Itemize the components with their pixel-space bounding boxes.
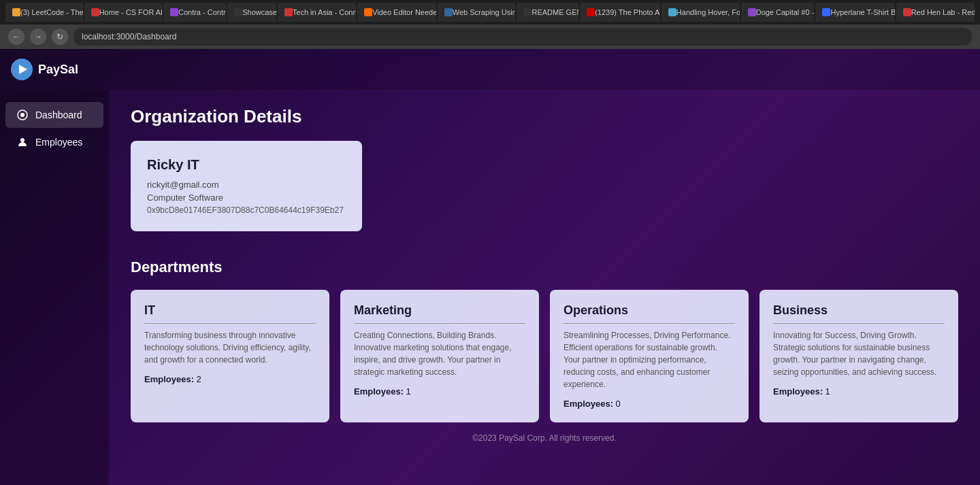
- dept-desc-operations: Streamlining Processes, Driving Performa…: [564, 329, 735, 390]
- dashboard-icon: [16, 109, 29, 121]
- browser-tab-leetcode[interactable]: (3) LeetCode - The...: [5, 3, 83, 22]
- browser-tab-techinasia[interactable]: Tech in Asia - Conn...: [278, 3, 356, 22]
- dept-card-business: Business Innovating for Success, Driving…: [760, 290, 958, 422]
- browser-tab-photo[interactable]: (1239) The Photo Al...: [580, 3, 660, 22]
- app-header: PaySal: [0, 49, 980, 90]
- app-logo: PaySal: [11, 58, 78, 80]
- dept-card-operations: Operations Streamlining Processes, Drivi…: [550, 290, 749, 422]
- org-email: rickyit@gmail.com: [147, 180, 346, 190]
- dept-employees-business: Employees: 1: [773, 386, 945, 397]
- play-icon: [19, 65, 27, 74]
- dept-name-operations: Operations: [564, 303, 735, 324]
- dept-name-it: IT: [144, 303, 316, 324]
- footer: ©2023 PaySal Corp. All rights reserved.: [131, 422, 958, 454]
- app-logo-text: PaySal: [38, 63, 78, 77]
- sidebar-employees-label: Employees: [35, 137, 82, 148]
- org-address: 0x9bcD8e01746EF3807D88c7C0B64644c19F39Eb…: [147, 205, 346, 215]
- dept-desc-business: Innovating for Success, Driving Growth. …: [773, 329, 945, 378]
- main-content: Organization Details Ricky IT rickyit@gm…: [109, 90, 980, 485]
- reload-button[interactable]: ↻: [52, 29, 68, 45]
- sidebar: Dashboard Employees: [0, 90, 109, 485]
- dept-employees-it: Employees: 2: [144, 374, 316, 384]
- svg-point-1: [20, 113, 24, 117]
- browser-chrome: (3) LeetCode - The... Home - CS FOR ALL …: [0, 0, 980, 49]
- dept-section-title: Departments: [131, 258, 958, 276]
- browser-tab-webscraping[interactable]: Web Scraping Usin...: [438, 3, 516, 22]
- dept-employees-marketing: Employees: 1: [354, 386, 525, 397]
- dept-card-it: IT Transforming business through innovat…: [131, 290, 329, 422]
- browser-tab-showcase[interactable]: Showcase: [227, 3, 276, 22]
- organization-card: Ricky IT rickyit@gmail.com Computer Soft…: [131, 141, 362, 231]
- full-app: PaySal Dashboard: [0, 49, 980, 485]
- browser-nav-bar: ← → ↻ localhost:3000/Dashboard: [0, 24, 980, 49]
- sidebar-item-dashboard[interactable]: Dashboard: [5, 102, 103, 128]
- dept-card-marketing: Marketing Creating Connections, Building…: [340, 290, 539, 422]
- departments-grid: IT Transforming business through innovat…: [131, 290, 958, 422]
- dept-name-marketing: Marketing: [354, 303, 525, 324]
- sidebar-dashboard-label: Dashboard: [35, 110, 82, 120]
- dept-employees-operations: Employees: 0: [564, 399, 735, 409]
- logo-icon: [11, 58, 33, 80]
- browser-tab-hover[interactable]: Handling Hover, Fo...: [662, 3, 740, 22]
- sidebar-item-employees[interactable]: Employees: [5, 129, 103, 155]
- browser-tab-bar: (3) LeetCode - The... Home - CS FOR ALL …: [0, 0, 980, 24]
- org-name: Ricky IT: [147, 157, 346, 173]
- app-body: Dashboard Employees Organization Details…: [0, 90, 980, 485]
- browser-tab-hyperlane[interactable]: Hyperlane T-Shirt B...: [815, 3, 894, 22]
- browser-tab-redhen[interactable]: Red Hen Lab - Red...: [896, 3, 975, 22]
- dept-desc-marketing: Creating Connections, Building Brands. I…: [354, 329, 525, 378]
- org-section-title: Organization Details: [131, 106, 958, 127]
- browser-tab-videoeditor[interactable]: Video Editor Neede...: [357, 3, 436, 22]
- back-button[interactable]: ←: [8, 29, 24, 45]
- address-bar[interactable]: localhost:3000/Dashboard: [74, 28, 972, 46]
- org-industry: Computer Software: [147, 193, 346, 203]
- browser-tab-readmegen[interactable]: README GEN: [517, 3, 578, 22]
- browser-tab-doge[interactable]: Doge Capital #0 -...: [741, 3, 815, 22]
- browser-tab-csforall[interactable]: Home - CS FOR ALL: [84, 3, 162, 22]
- dept-section-header: Departments: [131, 258, 958, 276]
- dept-name-business: Business: [773, 303, 945, 324]
- browser-tab-contra[interactable]: Contra - Contra: [163, 3, 226, 22]
- dept-desc-it: Transforming business through innovative…: [144, 329, 316, 366]
- forward-button[interactable]: →: [30, 29, 46, 45]
- svg-point-2: [20, 138, 24, 142]
- person-icon: [16, 136, 29, 148]
- org-section-header: Organization Details: [131, 106, 958, 127]
